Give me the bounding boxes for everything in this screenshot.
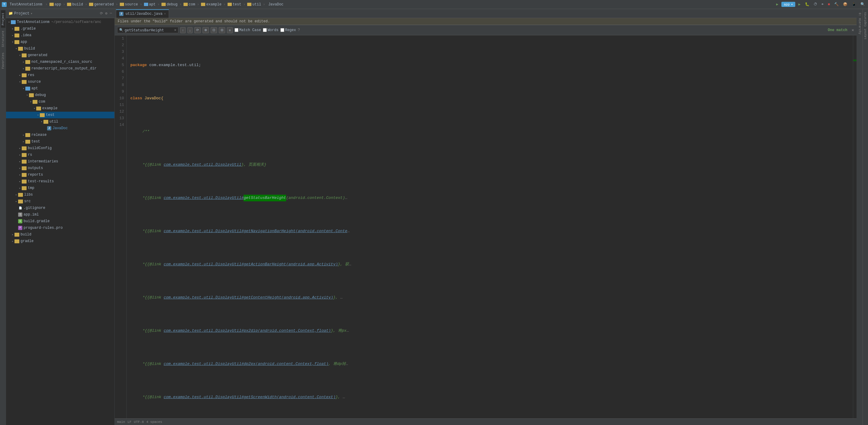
code-content[interactable]: package com.example.test.util; class Jav… (127, 35, 853, 418)
chinese-9: 将px (338, 328, 347, 334)
example-arrow (33, 107, 36, 110)
breadcrumb-app[interactable]: app (50, 2, 61, 7)
rs-folder-icon (22, 153, 27, 157)
tree-item-test-build[interactable]: test (6, 138, 114, 145)
debug-icon[interactable]: 🐛 (804, 1, 811, 7)
avd-manager-icon[interactable]: 📱 (850, 1, 858, 7)
source-folder-icon (120, 3, 124, 6)
left-tab-project[interactable]: Project (1, 10, 5, 28)
comment-rest-4: }, (242, 161, 248, 168)
layout-captures-tab[interactable]: Layout Captures (864, 10, 867, 41)
breadcrumb-apt[interactable]: apt (144, 2, 156, 7)
tree-item-gradle-root[interactable]: gradle (6, 238, 114, 244)
tree-item-com[interactable]: com (6, 98, 114, 105)
javadoc-open-tag: /** (143, 128, 149, 135)
breadcrumb-generated[interactable]: generated (89, 2, 114, 7)
project-name[interactable]: TestAnnotationm (8, 2, 43, 7)
profile-icon[interactable]: ⏱ (812, 1, 818, 7)
search-next-button[interactable]: ↓ (187, 27, 193, 33)
breadcrumb-debug[interactable]: debug (161, 2, 178, 7)
breadcrumb-javadoc[interactable]: JavaDoc (267, 2, 285, 7)
breadcrumb-example[interactable]: example (201, 2, 221, 7)
tree-item-release[interactable]: release (6, 131, 114, 138)
breadcrumb-build[interactable]: build (67, 2, 83, 7)
tree-item-intermediaries[interactable]: intermediaries (6, 158, 114, 165)
search-filter-button2[interactable]: ⊟ (219, 27, 225, 33)
test-folder-icon (227, 3, 232, 6)
search-add-cursor-button[interactable]: ⊕ (203, 27, 209, 33)
tab-close-button[interactable]: × (164, 12, 166, 16)
tree-item-res[interactable]: res (6, 72, 114, 79)
tree-item-apt[interactable]: apt (6, 85, 114, 92)
test-build-arrow (22, 140, 25, 143)
tree-item-test[interactable]: test (6, 112, 114, 118)
tree-item-root[interactable]: TestAnnotationm ~/personal/software/anc (6, 19, 114, 25)
tree-item-renderscript[interactable]: renderscript_source_output_dir (6, 65, 114, 72)
words-checkbox[interactable] (263, 28, 267, 32)
regex-checkbox[interactable] (280, 28, 284, 32)
breadcrumb-com[interactable]: com (184, 2, 195, 7)
tree-item-javadoc[interactable]: J JavaDoc (6, 125, 114, 131)
tree-item-idea[interactable]: .idea (6, 32, 114, 39)
editor-scrollbar[interactable] (853, 35, 857, 418)
tree-item-reports[interactable]: reports (6, 172, 114, 178)
build-icon[interactable]: 🔨 (833, 1, 840, 7)
tree-item-build-gradle[interactable]: G build.gradle (6, 218, 114, 224)
breadcrumb-test[interactable]: test (227, 2, 242, 7)
editor-tab-javadoc[interactable]: J util/JavaDoc.java × (116, 9, 169, 18)
tree-item-build-root[interactable]: build (6, 231, 114, 238)
breadcrumb-util[interactable]: util (247, 2, 261, 7)
left-tab-structure[interactable]: Structure (1, 28, 5, 50)
run-icon[interactable]: ▶ (797, 1, 802, 7)
tree-item-example[interactable]: example (6, 105, 114, 112)
tree-item-gitignore[interactable]: 📄 .gitignore (6, 205, 114, 211)
search-input[interactable] (125, 28, 173, 32)
pkg-name: com.example.test.util (149, 62, 198, 68)
tree-item-source[interactable]: source (6, 79, 114, 85)
sep9: › (223, 2, 226, 7)
search-find-all-button[interactable]: ⟳ (194, 27, 201, 33)
tree-item-outputs[interactable]: outputs (6, 165, 114, 172)
tree-item-debug[interactable]: debug (6, 92, 114, 98)
search-prev-button[interactable]: ↑ (180, 27, 186, 33)
util-label: util (50, 120, 58, 124)
status-encoding: UTF-8 (134, 420, 144, 424)
tree-item-test-results[interactable]: test-results (6, 178, 114, 185)
search-funnel-button[interactable]: ≡ (227, 27, 232, 33)
tree-item-buildconfig[interactable]: buildConfig (6, 145, 114, 152)
app-config-dropdown[interactable]: app ▾ (781, 2, 795, 7)
match-case-option[interactable]: Match Case (235, 28, 261, 32)
coverage-icon[interactable]: ☂ (820, 1, 825, 7)
tree-item-proguard[interactable]: P proguard-rules.pro (6, 224, 114, 231)
left-tab-favorites[interactable]: Favorites (1, 50, 5, 71)
tree-item-tmp[interactable]: tmp (6, 185, 114, 191)
search-help-icon[interactable]: ? (298, 28, 300, 32)
tree-item-app[interactable]: app (6, 39, 114, 45)
sdk-manager-icon[interactable]: 📦 (842, 1, 849, 7)
search-close-button[interactable]: ✕ (852, 27, 854, 33)
tree-item-libs[interactable]: libs (6, 191, 114, 198)
tree-item-generated[interactable]: generated (6, 52, 114, 59)
tree-item-src[interactable]: src (6, 198, 114, 205)
tree-item-util[interactable]: util (6, 118, 114, 125)
hierarchy-tab[interactable]: 8: Hierarchy (858, 10, 862, 37)
sync-icon[interactable]: ⟳ (100, 11, 103, 16)
search-everywhere-icon[interactable]: 🔍 (859, 1, 866, 7)
tree-item-rs[interactable]: rs (6, 152, 114, 158)
comment-params-5: (android.content.Context) (286, 195, 345, 201)
tree-item-not-namespaced[interactable]: not_namespaced_r_class_sourc (6, 59, 114, 65)
code-line-11: *{{@link com.example.test.util.DisplayUt… (130, 394, 849, 400)
settings-icon[interactable]: ⚙ (105, 11, 107, 16)
tree-item-app-iml[interactable]: I app.iml (6, 211, 114, 218)
regex-option[interactable]: Regex (280, 28, 296, 32)
words-option[interactable]: Words (263, 28, 279, 32)
minimize-icon[interactable]: — (110, 11, 112, 16)
search-filter-button1[interactable]: ⊡ (211, 27, 217, 33)
run-button[interactable]: ▶ (775, 1, 780, 7)
stop-icon[interactable]: ■ (827, 2, 831, 7)
tree-item-build[interactable]: build (6, 45, 114, 52)
tree-item-gradle-hidden[interactable]: .gradle (6, 25, 114, 32)
search-clear-button[interactable]: ✕ (174, 28, 176, 32)
match-case-checkbox[interactable] (235, 28, 239, 32)
breadcrumb-source[interactable]: source (120, 2, 138, 7)
